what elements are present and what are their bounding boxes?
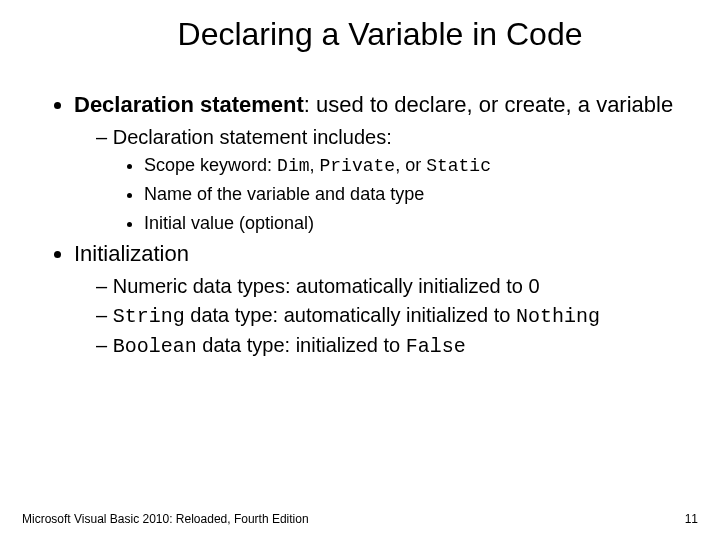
code-string: String xyxy=(113,305,185,328)
sub-declaration-includes-text: Declaration statement includes: xyxy=(113,126,392,148)
bullet-list: Declaration statement: used to declare, … xyxy=(40,91,680,359)
page-number: 11 xyxy=(685,512,698,526)
code-private: Private xyxy=(320,156,396,176)
scope-keyword-label: Scope keyword: xyxy=(144,155,277,175)
include-initial-value: Initial value (optional) xyxy=(144,212,680,235)
footer-book-title: Microsoft Visual Basic 2010: Reloaded, F… xyxy=(22,512,309,526)
init-boolean: Boolean data type: initialized to False xyxy=(96,333,680,359)
sub-declaration-includes: Declaration statement includes: Scope ke… xyxy=(96,125,680,235)
bullet-initialization: Initialization Numeric data types: autom… xyxy=(74,240,680,359)
sep-2: , or xyxy=(395,155,426,175)
slide: Declaring a Variable in Code Declaration… xyxy=(0,0,720,359)
sublist-initialization: Numeric data types: automatically initia… xyxy=(74,274,680,359)
sep-1: , xyxy=(309,155,319,175)
term-definition: : used to declare, or create, a variable xyxy=(304,92,673,117)
term-declaration-statement: Declaration statement xyxy=(74,92,304,117)
init-boolean-text: data type: initialized to xyxy=(197,334,406,356)
code-static: Static xyxy=(426,156,491,176)
initialization-label: Initialization xyxy=(74,241,189,266)
code-false: False xyxy=(406,335,466,358)
init-string-text: data type: automatically initialized to xyxy=(185,304,516,326)
include-name-type: Name of the variable and data type xyxy=(144,183,680,206)
code-boolean: Boolean xyxy=(113,335,197,358)
sublist-includes: Scope keyword: Dim, Private, or Static N… xyxy=(96,154,680,235)
include-scope-keyword: Scope keyword: Dim, Private, or Static xyxy=(144,154,680,178)
code-dim: Dim xyxy=(277,156,309,176)
code-nothing: Nothing xyxy=(516,305,600,328)
sublist-declaration: Declaration statement includes: Scope ke… xyxy=(74,125,680,235)
init-numeric: Numeric data types: automatically initia… xyxy=(96,274,680,299)
init-string: String data type: automatically initiali… xyxy=(96,303,680,329)
bullet-declaration-statement: Declaration statement: used to declare, … xyxy=(74,91,680,234)
footer: Microsoft Visual Basic 2010: Reloaded, F… xyxy=(22,512,698,526)
slide-title: Declaring a Variable in Code xyxy=(40,16,680,53)
